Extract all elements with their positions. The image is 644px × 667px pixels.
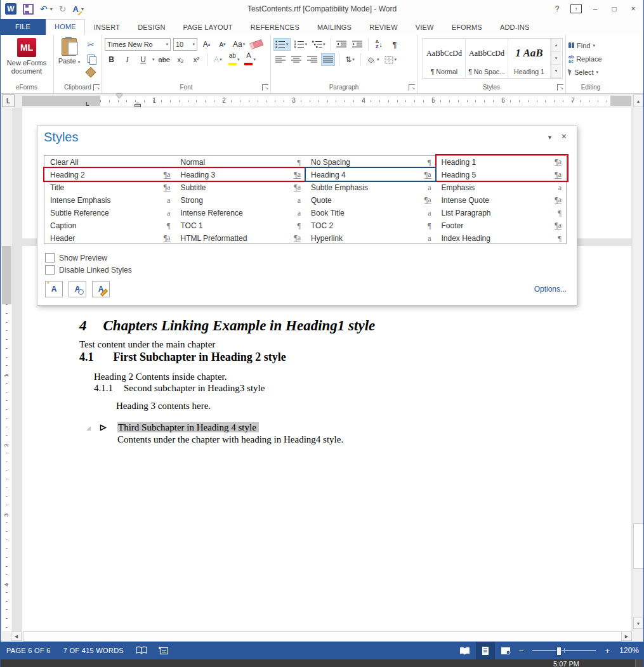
page-indicator[interactable]: PAGE 6 OF 6 [0, 647, 57, 654]
sort-button[interactable]: AZ↓ [372, 38, 386, 51]
find-button[interactable]: Find▾ [568, 39, 613, 52]
gallery-scroll-up[interactable]: ▴ [551, 39, 561, 52]
shading-button[interactable]: ▾ [365, 53, 381, 66]
close-button[interactable]: × [625, 2, 641, 16]
body-line-4[interactable]: Contents under the chapter with heading … [117, 434, 343, 445]
style-item-heading-1[interactable]: Heading 1¶a [436, 156, 567, 169]
bold-button[interactable]: B [105, 53, 118, 66]
format-painter-button[interactable] [84, 66, 98, 79]
paste-button[interactable]: Paste ▾ [56, 37, 82, 82]
tab-design[interactable]: DESIGN [129, 20, 174, 35]
style-item-heading-4[interactable]: Heading 4¶a [305, 169, 436, 181]
increase-indent-button[interactable] [351, 38, 364, 51]
heading3-line[interactable]: 4.1.1Second subchapter in Heading3 style [94, 383, 265, 394]
style-item-toc-2[interactable]: TOC 2¶ [305, 219, 436, 232]
tab-view[interactable]: VIEW [407, 20, 443, 35]
heading2-line[interactable]: 4.1First Subchapter in Heading 2 style [79, 351, 286, 364]
style-item-subtle-emphasis[interactable]: Subtle Emphasisa [305, 181, 436, 194]
style-item-heading-2[interactable]: Heading 2¶a [44, 169, 175, 181]
italic-button[interactable]: I [121, 53, 134, 66]
style-item-emphasis[interactable]: Emphasisa [436, 181, 567, 194]
tab-mailings[interactable]: MAILINGS [308, 20, 360, 35]
tab-page-layout[interactable]: PAGE LAYOUT [174, 20, 242, 35]
style-item-book-title[interactable]: Book Titlea [305, 207, 436, 219]
print-layout-button[interactable] [476, 642, 495, 659]
style-gallery-item-no-spacing[interactable]: AaBbCcDd ¶ No Spac... [466, 39, 508, 78]
style-item-clear-all[interactable]: Clear All [44, 156, 175, 169]
horizontal-scrollbar[interactable]: ◀ ▶ [0, 631, 644, 642]
gallery-expand[interactable]: ▾ [551, 65, 561, 78]
style-item-heading-5[interactable]: Heading 5¶a [436, 169, 567, 181]
zoom-in-button[interactable]: + [602, 646, 612, 656]
align-right-button[interactable] [305, 53, 319, 66]
multilevel-list-button[interactable]: ▾ [311, 38, 327, 51]
vertical-scrollbar[interactable]: ▲ ▼ [633, 94, 644, 631]
manage-styles-button[interactable]: A [92, 281, 110, 297]
tab-insert[interactable]: INSERT [85, 20, 129, 35]
style-item-strong[interactable]: Stronga [175, 194, 306, 207]
style-item-subtle-reference[interactable]: Subtle Referencea [44, 207, 175, 219]
tab-stop-marker[interactable]: L [86, 101, 89, 107]
style-item-normal[interactable]: Normal¶ [175, 156, 306, 169]
borders-button[interactable]: ▾ [383, 53, 398, 66]
bullets-button[interactable]: ▾ [273, 38, 291, 51]
body-line-3[interactable]: Heading 3 contents here. [116, 401, 211, 411]
new-eforms-document-button[interactable]: ML New eForms document [3, 37, 51, 75]
style-inspector-button[interactable]: A [69, 281, 86, 297]
styles-pane-close-icon[interactable]: × [562, 131, 567, 141]
replace-button[interactable]: abacReplace [568, 52, 613, 65]
strikethrough-button[interactable]: abe [157, 53, 171, 66]
heading4-line[interactable]: Third Subchapter in Heading 4 style [117, 422, 259, 433]
style-gallery-item-heading1[interactable]: 1 AaB Heading 1 [508, 39, 551, 78]
tab-references[interactable]: REFERENCES [242, 20, 308, 35]
zoom-slider[interactable] [532, 650, 596, 651]
styles-dialog-launcher[interactable]: ↘ [557, 84, 563, 91]
shrink-font-button[interactable]: A▾ [216, 38, 229, 51]
options-link[interactable]: Options... [534, 285, 567, 294]
style-item-caption[interactable]: Caption¶ [44, 219, 175, 232]
align-center-button[interactable] [289, 53, 303, 66]
superscript-button[interactable]: x² [190, 53, 203, 66]
disable-linked-styles-checkbox[interactable]: Disable Linked Styles [45, 265, 132, 275]
checkbox-icon[interactable] [45, 265, 55, 275]
show-hide-pilcrow-button[interactable]: ¶ [388, 38, 402, 51]
show-desktop-button[interactable] [635, 659, 644, 667]
horizontal-scroll-thumb[interactable] [23, 631, 622, 642]
selected-text[interactable]: Third Subchapter in Heading 4 style [117, 422, 259, 432]
style-item-heading-3[interactable]: Heading 3¶a [175, 169, 306, 181]
tab-eforms[interactable]: EFORMS [443, 20, 491, 35]
numbering-button[interactable]: ▾ [293, 38, 309, 51]
font-dialog-launcher[interactable]: ↘ [262, 84, 268, 91]
zoom-level[interactable]: 120% [614, 646, 639, 655]
zoom-slider-thumb[interactable] [556, 647, 562, 656]
style-item-footer[interactable]: Footer¶a [436, 219, 567, 232]
style-item-intense-reference[interactable]: Intense Referencea [175, 207, 306, 219]
style-item-toc-1[interactable]: TOC 1¶ [175, 219, 306, 232]
scroll-down-button[interactable]: ▼ [633, 618, 643, 629]
font-color-button[interactable]: A▾ [243, 53, 257, 66]
cut-button[interactable]: ✂ [84, 38, 98, 51]
tab-add-ins[interactable]: ADD-INS [491, 20, 539, 35]
font-size-combo[interactable]: 10▾ [173, 38, 197, 51]
maximize-button[interactable]: □ [606, 2, 622, 16]
scroll-left-button[interactable]: ◀ [11, 631, 22, 641]
paragraph-dialog-launcher[interactable]: ↘ [409, 84, 415, 91]
scroll-up-button[interactable]: ▲ [633, 94, 643, 107]
first-line-indent-marker[interactable] [116, 94, 122, 98]
tab-review[interactable]: REVIEW [360, 20, 407, 35]
underline-button[interactable]: U [136, 53, 150, 66]
clear-formatting-button[interactable] [249, 38, 264, 51]
style-item-index-heading[interactable]: Index Heading¶ [436, 232, 567, 245]
scroll-right-button[interactable]: ▶ [621, 631, 632, 641]
line-spacing-button[interactable]: ⇅▾ [343, 53, 357, 66]
clipboard-dialog-launcher[interactable]: ↘ [93, 84, 100, 91]
style-item-hyperlink[interactable]: Hyperlinka [305, 232, 436, 245]
style-gallery-item-normal[interactable]: AaBbCcDd ¶ Normal [423, 39, 466, 78]
macro-recording-button[interactable] [153, 647, 174, 655]
body-line-2[interactable]: Heading 2 Contents inside chapter. [94, 372, 227, 382]
subscript-button[interactable]: x₂ [174, 53, 187, 66]
style-item-intense-emphasis[interactable]: Intense Emphasisa [44, 194, 175, 207]
style-item-header[interactable]: Header¶a [44, 232, 175, 245]
read-mode-button[interactable] [456, 642, 475, 659]
gallery-scroll-down[interactable]: ▾ [551, 52, 561, 65]
